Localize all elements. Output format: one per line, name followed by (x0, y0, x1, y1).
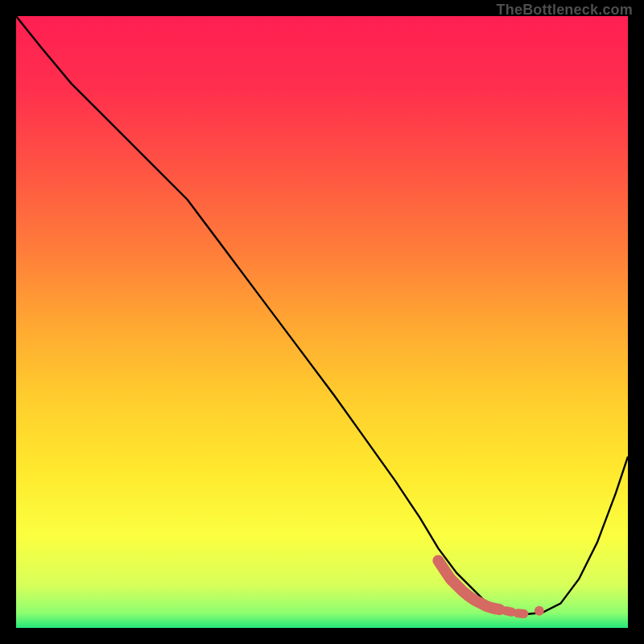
chart-frame: TheBottleneck.com (0, 0, 644, 644)
highlight-segment (518, 613, 524, 614)
gradient-background (16, 16, 628, 628)
plot-area (16, 16, 628, 628)
highlight-point (535, 606, 544, 616)
plot-svg (16, 16, 628, 628)
highlight-segment (506, 611, 512, 613)
